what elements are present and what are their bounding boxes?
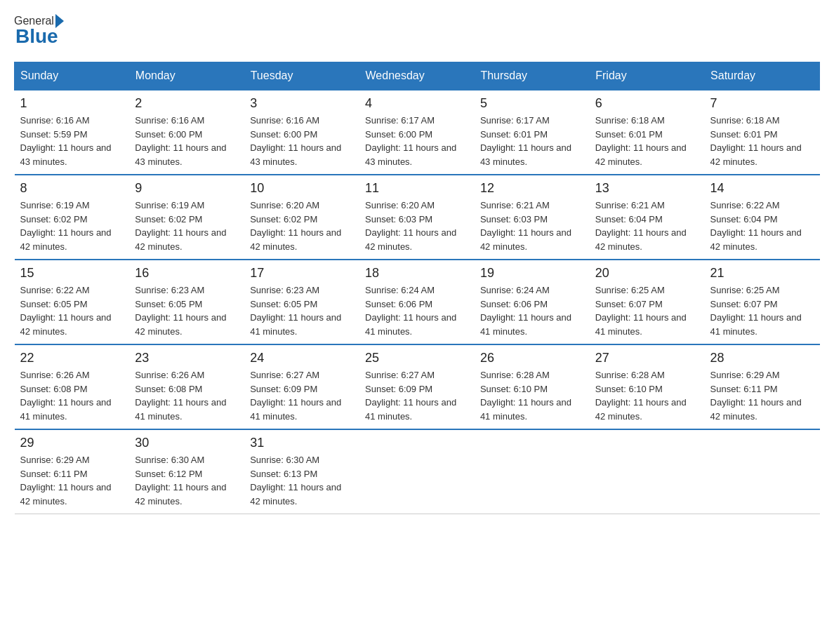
daylight-text: Daylight: 11 hours and 41 minutes. bbox=[135, 397, 226, 422]
header-sunday: Sunday bbox=[15, 62, 130, 90]
logo: General Blue bbox=[14, 14, 65, 48]
day-number: 16 bbox=[135, 266, 239, 281]
sunset-text: Sunset: 6:06 PM bbox=[365, 299, 432, 309]
day-number: 23 bbox=[135, 351, 239, 365]
sunrise-text: Sunrise: 6:27 AM bbox=[250, 370, 319, 380]
day-number: 15 bbox=[20, 266, 124, 281]
calendar-cell: 4 Sunrise: 6:17 AM Sunset: 6:00 PM Dayli… bbox=[359, 90, 475, 175]
daylight-text: Daylight: 11 hours and 41 minutes. bbox=[710, 312, 802, 337]
calendar-cell: 2 Sunrise: 6:16 AM Sunset: 6:00 PM Dayli… bbox=[129, 90, 244, 175]
day-info: Sunrise: 6:16 AM Sunset: 5:59 PM Dayligh… bbox=[20, 114, 124, 168]
day-number: 18 bbox=[365, 266, 469, 281]
calendar-cell: 22 Sunrise: 6:26 AM Sunset: 6:08 PM Dayl… bbox=[15, 344, 130, 429]
sunrise-text: Sunrise: 6:20 AM bbox=[365, 200, 435, 210]
day-info: Sunrise: 6:22 AM Sunset: 6:05 PM Dayligh… bbox=[20, 283, 124, 338]
calendar-cell: 28 Sunrise: 6:29 AM Sunset: 6:11 PM Dayl… bbox=[705, 344, 820, 429]
calendar-cell: 11 Sunrise: 6:20 AM Sunset: 6:03 PM Dayl… bbox=[359, 175, 475, 260]
sunset-text: Sunset: 6:07 PM bbox=[710, 299, 778, 309]
day-number: 3 bbox=[250, 96, 354, 111]
day-number: 7 bbox=[710, 96, 814, 111]
calendar-cell: 16 Sunrise: 6:23 AM Sunset: 6:05 PM Dayl… bbox=[129, 260, 244, 344]
sunset-text: Sunset: 6:04 PM bbox=[710, 214, 778, 224]
day-info: Sunrise: 6:23 AM Sunset: 6:05 PM Dayligh… bbox=[135, 283, 239, 338]
calendar-cell: 23 Sunrise: 6:26 AM Sunset: 6:08 PM Dayl… bbox=[129, 344, 244, 429]
calendar-cell: 30 Sunrise: 6:30 AM Sunset: 6:12 PM Dayl… bbox=[129, 429, 244, 514]
sunset-text: Sunset: 6:00 PM bbox=[135, 129, 202, 140]
sunset-text: Sunset: 6:10 PM bbox=[595, 384, 663, 394]
header-saturday: Saturday bbox=[705, 62, 820, 90]
day-number: 30 bbox=[135, 436, 239, 450]
sunrise-text: Sunrise: 6:22 AM bbox=[20, 285, 90, 295]
daylight-text: Daylight: 11 hours and 41 minutes. bbox=[480, 312, 571, 337]
sunset-text: Sunset: 6:09 PM bbox=[250, 384, 317, 394]
sunset-text: Sunset: 6:11 PM bbox=[20, 469, 88, 479]
day-info: Sunrise: 6:20 AM Sunset: 6:02 PM Dayligh… bbox=[250, 199, 354, 253]
sunset-text: Sunset: 6:09 PM bbox=[365, 384, 432, 394]
day-info: Sunrise: 6:29 AM Sunset: 6:11 PM Dayligh… bbox=[20, 453, 124, 508]
daylight-text: Daylight: 11 hours and 42 minutes. bbox=[365, 227, 456, 252]
daylight-text: Daylight: 11 hours and 43 minutes. bbox=[250, 142, 341, 167]
day-info: Sunrise: 6:25 AM Sunset: 6:07 PM Dayligh… bbox=[710, 283, 814, 338]
calendar-cell: 17 Sunrise: 6:23 AM Sunset: 6:05 PM Dayl… bbox=[244, 260, 359, 344]
daylight-text: Daylight: 11 hours and 41 minutes. bbox=[20, 397, 112, 422]
day-number: 12 bbox=[480, 181, 584, 196]
sunset-text: Sunset: 6:05 PM bbox=[20, 299, 88, 309]
calendar-cell: 18 Sunrise: 6:24 AM Sunset: 6:06 PM Dayl… bbox=[359, 260, 475, 344]
calendar-cell: 20 Sunrise: 6:25 AM Sunset: 6:07 PM Dayl… bbox=[590, 260, 705, 344]
day-info: Sunrise: 6:24 AM Sunset: 6:06 PM Dayligh… bbox=[480, 283, 584, 338]
day-info: Sunrise: 6:28 AM Sunset: 6:10 PM Dayligh… bbox=[595, 368, 699, 423]
day-info: Sunrise: 6:18 AM Sunset: 6:01 PM Dayligh… bbox=[710, 114, 814, 168]
day-info: Sunrise: 6:19 AM Sunset: 6:02 PM Dayligh… bbox=[20, 199, 124, 253]
calendar-cell: 26 Sunrise: 6:28 AM Sunset: 6:10 PM Dayl… bbox=[475, 344, 590, 429]
day-info: Sunrise: 6:22 AM Sunset: 6:04 PM Dayligh… bbox=[710, 199, 814, 253]
day-info: Sunrise: 6:30 AM Sunset: 6:13 PM Dayligh… bbox=[250, 453, 354, 508]
calendar-cell bbox=[590, 429, 705, 514]
header-friday: Friday bbox=[590, 62, 705, 90]
day-info: Sunrise: 6:16 AM Sunset: 6:00 PM Dayligh… bbox=[135, 114, 239, 168]
sunrise-text: Sunrise: 6:21 AM bbox=[480, 200, 550, 210]
day-number: 4 bbox=[365, 96, 469, 111]
sunset-text: Sunset: 6:10 PM bbox=[480, 384, 548, 394]
sunrise-text: Sunrise: 6:24 AM bbox=[365, 285, 435, 295]
day-info: Sunrise: 6:27 AM Sunset: 6:09 PM Dayligh… bbox=[250, 368, 354, 423]
sunset-text: Sunset: 6:03 PM bbox=[480, 214, 548, 224]
logo-blue-text: Blue bbox=[14, 25, 58, 48]
daylight-text: Daylight: 11 hours and 42 minutes. bbox=[710, 227, 802, 252]
sunset-text: Sunset: 6:03 PM bbox=[365, 214, 432, 224]
sunset-text: Sunset: 6:02 PM bbox=[20, 214, 88, 224]
calendar-week-row: 1 Sunrise: 6:16 AM Sunset: 5:59 PM Dayli… bbox=[15, 90, 820, 175]
daylight-text: Daylight: 11 hours and 41 minutes. bbox=[365, 397, 456, 422]
sunrise-text: Sunrise: 6:28 AM bbox=[480, 370, 550, 380]
day-number: 13 bbox=[595, 181, 699, 196]
sunrise-text: Sunrise: 6:16 AM bbox=[250, 115, 319, 126]
sunset-text: Sunset: 6:01 PM bbox=[595, 129, 663, 140]
day-info: Sunrise: 6:20 AM Sunset: 6:03 PM Dayligh… bbox=[365, 199, 469, 253]
sunset-text: Sunset: 6:12 PM bbox=[135, 469, 202, 479]
daylight-text: Daylight: 11 hours and 42 minutes. bbox=[20, 482, 112, 507]
calendar-cell: 21 Sunrise: 6:25 AM Sunset: 6:07 PM Dayl… bbox=[705, 260, 820, 344]
daylight-text: Daylight: 11 hours and 43 minutes. bbox=[20, 142, 112, 167]
day-info: Sunrise: 6:24 AM Sunset: 6:06 PM Dayligh… bbox=[365, 283, 469, 338]
sunrise-text: Sunrise: 6:19 AM bbox=[135, 200, 204, 210]
sunset-text: Sunset: 6:04 PM bbox=[595, 214, 663, 224]
day-info: Sunrise: 6:16 AM Sunset: 6:00 PM Dayligh… bbox=[250, 114, 354, 168]
calendar-cell: 19 Sunrise: 6:24 AM Sunset: 6:06 PM Dayl… bbox=[475, 260, 590, 344]
day-info: Sunrise: 6:27 AM Sunset: 6:09 PM Dayligh… bbox=[365, 368, 469, 423]
calendar-cell: 25 Sunrise: 6:27 AM Sunset: 6:09 PM Dayl… bbox=[359, 344, 475, 429]
daylight-text: Daylight: 11 hours and 41 minutes. bbox=[250, 397, 341, 422]
daylight-text: Daylight: 11 hours and 42 minutes. bbox=[250, 482, 341, 507]
calendar-cell: 7 Sunrise: 6:18 AM Sunset: 6:01 PM Dayli… bbox=[705, 90, 820, 175]
day-number: 9 bbox=[135, 181, 239, 196]
daylight-text: Daylight: 11 hours and 43 minutes. bbox=[365, 142, 456, 167]
sunrise-text: Sunrise: 6:26 AM bbox=[135, 370, 204, 380]
daylight-text: Daylight: 11 hours and 42 minutes. bbox=[250, 227, 341, 252]
calendar-cell: 13 Sunrise: 6:21 AM Sunset: 6:04 PM Dayl… bbox=[590, 175, 705, 260]
sunrise-text: Sunrise: 6:16 AM bbox=[135, 115, 204, 126]
sunset-text: Sunset: 6:06 PM bbox=[480, 299, 548, 309]
calendar-cell: 1 Sunrise: 6:16 AM Sunset: 5:59 PM Dayli… bbox=[15, 90, 130, 175]
sunrise-text: Sunrise: 6:24 AM bbox=[480, 285, 550, 295]
sunset-text: Sunset: 6:00 PM bbox=[250, 129, 317, 140]
day-info: Sunrise: 6:17 AM Sunset: 6:00 PM Dayligh… bbox=[365, 114, 469, 168]
sunrise-text: Sunrise: 6:20 AM bbox=[250, 200, 319, 210]
sunset-text: Sunset: 6:02 PM bbox=[250, 214, 317, 224]
